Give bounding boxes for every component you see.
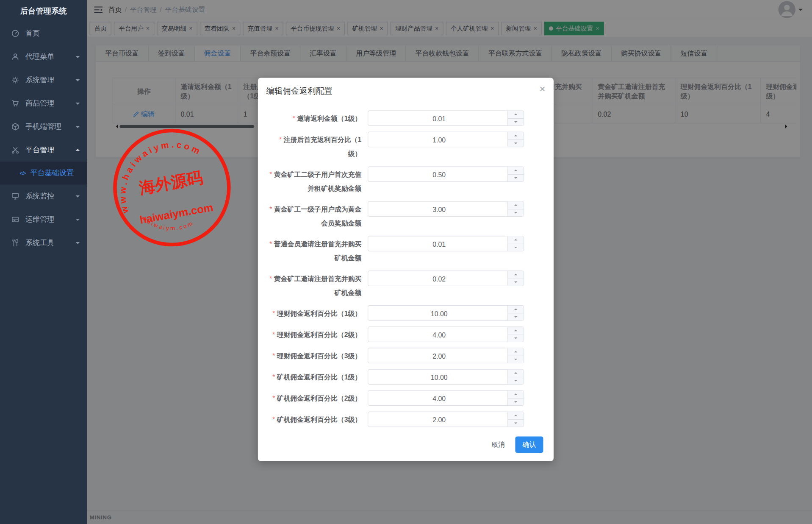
number-input[interactable] — [368, 369, 524, 385]
increase-button[interactable] — [508, 306, 524, 313]
chevron-down-icon — [75, 195, 80, 200]
decrease-button[interactable] — [508, 313, 524, 321]
spinner-controls — [507, 412, 524, 426]
field-input[interactable] — [368, 111, 510, 127]
sidebar-item-mobile-mgmt[interactable]: 手机端管理 — [0, 115, 87, 138]
number-input[interactable] — [368, 348, 524, 363]
decrease-button[interactable] — [508, 118, 524, 125]
number-input[interactable] — [368, 326, 524, 342]
field-label: 邀请返利金额（1级） — [266, 110, 368, 125]
chevron-up-icon — [75, 147, 80, 151]
spinner-controls — [507, 271, 524, 285]
spinner-controls — [507, 327, 524, 341]
decrease-button[interactable] — [508, 139, 524, 147]
number-input[interactable] — [368, 236, 524, 251]
sidebar-item-agent-menu[interactable]: 代理菜单 — [0, 45, 87, 68]
field-label: 黄金矿工邀请注册首充并购买矿机金额 — [266, 270, 368, 299]
increase-button[interactable] — [508, 236, 524, 244]
scissors-icon — [11, 146, 19, 154]
field-input[interactable] — [368, 271, 510, 287]
increase-button[interactable] — [508, 111, 524, 119]
dialog-title: 编辑佣金返利配置 — [266, 86, 332, 95]
number-input[interactable] — [368, 390, 524, 406]
form-field-row: 邀请返利金额（1级） — [266, 110, 543, 126]
form-field-row: 理财佣金返利百分比（2级） — [266, 326, 543, 342]
decrease-button[interactable] — [508, 209, 524, 216]
dashboard-icon — [11, 29, 19, 38]
edit-commission-dialog: 编辑佣金返利配置 × 邀请返利金额（1级） 注册后首充返利百分比（1级） — [258, 78, 554, 461]
spinner-controls — [507, 202, 524, 216]
form-field-row: 普通会员邀请注册首充并购买矿机金额 — [266, 236, 543, 265]
number-input[interactable] — [368, 166, 524, 182]
field-input[interactable] — [368, 306, 510, 321]
spinner-controls — [507, 132, 524, 147]
field-label: 注册后首充返利百分比（1级） — [266, 132, 368, 161]
field-input[interactable] — [368, 132, 510, 148]
field-input[interactable] — [368, 167, 510, 183]
field-label: 理财佣金返利百分比（3级） — [266, 348, 368, 362]
increase-button[interactable] — [508, 348, 524, 356]
form-field-row: 注册后首充返利百分比（1级） — [266, 132, 543, 161]
form-field-row: 黄金矿工一级子用户成为黄金会员奖励金额 — [266, 201, 543, 230]
decrease-button[interactable] — [508, 244, 524, 251]
spinner-controls — [507, 391, 524, 405]
chevron-down-icon — [75, 103, 80, 107]
sidebar-item-system-tools[interactable]: 系统工具 — [0, 231, 87, 254]
field-input[interactable] — [368, 391, 510, 407]
form-field-row: 矿机佣金返利百分比（1级） — [266, 369, 543, 385]
field-label: 矿机佣金返利百分比（2级） — [266, 390, 368, 405]
close-icon[interactable]: × — [540, 84, 546, 94]
number-input[interactable] — [368, 270, 524, 286]
field-label: 矿机佣金返利百分比（1级） — [266, 369, 368, 384]
number-input[interactable] — [368, 305, 524, 321]
decrease-button[interactable] — [508, 399, 524, 406]
number-input[interactable] — [368, 412, 524, 427]
decrease-button[interactable] — [508, 279, 524, 286]
sidebar-item-ops-mgmt[interactable]: 运维管理 — [0, 208, 87, 231]
confirm-button[interactable]: 确认 — [515, 436, 543, 453]
sidebar-item-product-mgmt[interactable]: 商品管理 — [0, 92, 87, 115]
increase-button[interactable] — [508, 327, 524, 334]
chevron-down-icon — [75, 219, 80, 223]
increase-button[interactable] — [508, 412, 524, 420]
number-input[interactable] — [368, 201, 524, 217]
increase-button[interactable] — [508, 391, 524, 399]
form-field-row: 矿机佣金返利百分比（3级） — [266, 412, 543, 427]
number-input[interactable] — [368, 132, 524, 148]
increase-button[interactable] — [508, 370, 524, 377]
number-input[interactable] — [368, 110, 524, 126]
increase-button[interactable] — [508, 167, 524, 175]
increase-button[interactable] — [508, 202, 524, 209]
field-input[interactable] — [368, 370, 510, 385]
user-icon — [11, 53, 19, 61]
app-title: 后台管理系统 — [0, 0, 87, 22]
sidebar-item-platform-basic-settings[interactable]: </> 平台基础设置 — [0, 162, 87, 184]
field-input[interactable] — [368, 202, 510, 217]
sidebar-item-system-mgmt[interactable]: 系统管理 — [0, 68, 87, 92]
sidebar-item-home[interactable]: 首页 — [0, 22, 87, 45]
code-icon: </> — [19, 170, 25, 176]
sidebar-item-system-monitor[interactable]: 系统监控 — [0, 184, 87, 208]
field-input[interactable] — [368, 412, 510, 428]
increase-button[interactable] — [508, 132, 524, 140]
field-input[interactable] — [368, 327, 510, 343]
decrease-button[interactable] — [508, 420, 524, 427]
server-icon — [11, 215, 19, 224]
decrease-button[interactable] — [508, 334, 524, 342]
spinner-controls — [507, 348, 524, 363]
chevron-down-icon — [75, 56, 80, 60]
cancel-button[interactable]: 取消 — [485, 437, 511, 453]
decrease-button[interactable] — [508, 174, 524, 181]
chevron-down-icon — [75, 79, 80, 84]
app-root: 后台管理系统 首页 代理菜单 系统管理 商品管理 — [0, 0, 812, 524]
decrease-button[interactable] — [508, 356, 524, 363]
form-field-row: 黄金矿工二级子用户首次充值并租矿机奖励金额 — [266, 166, 543, 195]
field-label: 黄金矿工一级子用户成为黄金会员奖励金额 — [266, 201, 368, 230]
increase-button[interactable] — [508, 271, 524, 279]
field-input[interactable] — [368, 236, 510, 252]
dialog-header: 编辑佣金返利配置 × — [258, 78, 554, 97]
field-input[interactable] — [368, 348, 510, 364]
cube-icon — [11, 123, 19, 131]
sidebar-item-platform-mgmt[interactable]: 平台管理 — [0, 138, 87, 162]
decrease-button[interactable] — [508, 377, 524, 384]
